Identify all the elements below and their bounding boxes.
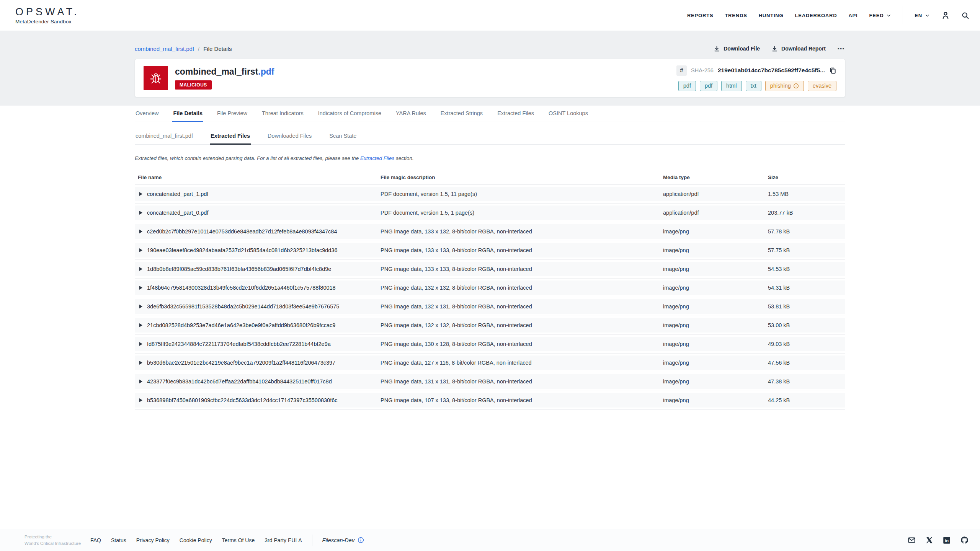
- table-row[interactable]: concatenated_part_0.pdf PDF document, ve…: [135, 205, 845, 220]
- file-name-cell: b530d6bae2e21501e2bc4219e8aef9bec1a79200…: [147, 360, 335, 366]
- media-type-cell: image/png: [663, 228, 768, 235]
- nav-feed-label: FEED: [869, 13, 884, 18]
- info-icon[interactable]: [358, 537, 364, 543]
- tab-yara-rules[interactable]: YARA Rules: [395, 109, 427, 122]
- tab-threat-indicators[interactable]: Threat Indicators: [261, 109, 304, 122]
- media-type-cell: image/png: [663, 322, 768, 328]
- tab-file-preview[interactable]: File Preview: [216, 109, 248, 122]
- nav-hunting[interactable]: HUNTING: [759, 13, 784, 18]
- tab-label: Extracted Files: [497, 110, 534, 116]
- main-content: Overview File Details File Preview Threa…: [0, 106, 980, 529]
- expand-caret-icon[interactable]: [139, 342, 142, 346]
- expand-caret-icon[interactable]: [139, 211, 142, 215]
- expand-caret-icon[interactable]: [139, 267, 142, 271]
- opswat-logo[interactable]: OPSWAT. MetaDefender Sandbox: [15, 6, 80, 24]
- download-icon: [714, 46, 720, 52]
- nav-trends[interactable]: TRENDS: [725, 13, 747, 18]
- table-row[interactable]: 190eae03feaef8ce49824abaafa2537d21d5854a…: [135, 243, 845, 258]
- footer-link-privacy-policy[interactable]: Privacy Policy: [136, 537, 170, 543]
- tag-txt[interactable]: txt: [746, 81, 761, 91]
- size-cell: 47.56 kB: [768, 360, 845, 366]
- expand-caret-icon[interactable]: [139, 305, 142, 308]
- expand-caret-icon[interactable]: [139, 286, 142, 290]
- nav-leaderboard[interactable]: LEADERBOARD: [795, 13, 837, 18]
- media-type-cell: image/png: [663, 247, 768, 253]
- hash-icon[interactable]: #: [676, 65, 687, 76]
- footer-link-status[interactable]: Status: [111, 537, 126, 543]
- subtab-extracted-files[interactable]: Extracted Files: [210, 132, 251, 145]
- linkedin-icon[interactable]: in: [943, 536, 951, 544]
- page-header-band: combined_mal_first.pdf / File Details Do…: [0, 31, 980, 106]
- table-row[interactable]: b530d6bae2e21501e2bc4219e8aef9bec1a79200…: [135, 355, 845, 370]
- extracted-files-link[interactable]: Extracted Files: [360, 155, 394, 161]
- tag-pdf[interactable]: pdf: [678, 81, 696, 91]
- expand-caret-icon[interactable]: [139, 230, 142, 233]
- download-report-button[interactable]: Download Report: [771, 46, 826, 52]
- expand-caret-icon[interactable]: [139, 248, 142, 252]
- table-row[interactable]: 423377f0ec9b83a1dc42bc6d7effaa22daffbb41…: [135, 374, 845, 389]
- nav-api[interactable]: API: [848, 13, 858, 18]
- footer-link-3rd-party-eula[interactable]: 3rd Party EULA: [265, 537, 302, 543]
- table-row[interactable]: fd875fff9e242344884c7221173704edfabf5438…: [135, 337, 845, 351]
- more-actions-button[interactable]: ⋯: [837, 44, 845, 53]
- tag-label: html: [726, 83, 737, 89]
- tab-overview[interactable]: Overview: [135, 109, 159, 122]
- top-bar: OPSWAT. MetaDefender Sandbox REPORTS TRE…: [0, 0, 980, 31]
- tab-file-details[interactable]: File Details: [172, 109, 203, 122]
- media-type-cell: image/png: [663, 378, 768, 385]
- table-row[interactable]: c2ed0b2c7f0bb297e10114e0753dd6e848eadb27…: [135, 224, 845, 239]
- table-row[interactable]: 3de6fb3d32c565981f153528b48da2c5b029e144…: [135, 299, 845, 314]
- footer-divider: [312, 535, 312, 546]
- nav-leaderboard-label: LEADERBOARD: [795, 13, 837, 18]
- subtab-label: combined_mal_first.pdf: [136, 133, 193, 139]
- subtab-scan-state[interactable]: Scan State: [328, 132, 357, 145]
- breadcrumb-current: File Details: [203, 46, 232, 52]
- account-button[interactable]: [941, 11, 950, 20]
- tab-extracted-files[interactable]: Extracted Files: [497, 109, 535, 122]
- table-row[interactable]: concatenated_part_1.pdf PDF document, ve…: [135, 187, 845, 201]
- table-row[interactable]: b536898bf7450a6801909cfbc224dc5633d3dc12…: [135, 393, 845, 408]
- copy-icon[interactable]: [829, 67, 836, 74]
- expand-caret-icon[interactable]: [139, 380, 142, 383]
- nav-reports[interactable]: REPORTS: [687, 13, 713, 18]
- x-icon[interactable]: [926, 536, 933, 544]
- table-row-band: 3de6fb3d32c565981f153528b48da2c5b029e144…: [135, 297, 845, 316]
- tag-html[interactable]: html: [721, 81, 742, 91]
- table-row[interactable]: 1d8b0b8ef89f085ac59cd838b761f63bfa43656b…: [135, 262, 845, 276]
- file-name-cell: concatenated_part_0.pdf: [147, 210, 208, 216]
- tag-pdf[interactable]: pdf: [700, 81, 717, 91]
- footer-link-terms-of-use[interactable]: Terms Of Use: [222, 537, 255, 543]
- file-summary-card: combined_mal_first.pdf MALICIOUS # SHA-2…: [135, 59, 845, 97]
- bug-icon: [149, 71, 163, 85]
- table-row[interactable]: 1f48b64c795814300328d13b49fc58cd2e10f6dd…: [135, 280, 845, 295]
- breadcrumb-file-link[interactable]: combined_mal_first.pdf: [135, 46, 194, 52]
- file-name-cell: 423377f0ec9b83a1dc42bc6d7effaa22daffbb41…: [147, 378, 332, 385]
- media-type-cell: image/png: [663, 303, 768, 310]
- github-icon[interactable]: [960, 536, 969, 544]
- email-icon[interactable]: [908, 536, 916, 544]
- language-selector[interactable]: EN: [915, 13, 930, 18]
- logo-brand-text: OPSWAT.: [15, 6, 80, 18]
- tag-evasive[interactable]: evasive: [808, 81, 836, 91]
- expand-caret-icon[interactable]: [139, 323, 142, 327]
- tab-indicators-of-compromise[interactable]: Indicators of Compromise: [317, 109, 382, 122]
- subtab-combined-mal-first-pdf[interactable]: combined_mal_first.pdf: [135, 132, 194, 145]
- expand-caret-icon[interactable]: [139, 398, 142, 402]
- tab-label: YARA Rules: [396, 110, 426, 116]
- download-file-button[interactable]: Download File: [714, 46, 760, 52]
- footer-social-icons: in: [908, 536, 969, 544]
- tag-phishing[interactable]: phishing: [765, 81, 804, 91]
- footer-link-faq[interactable]: FAQ: [90, 537, 101, 543]
- table-row-band: 423377f0ec9b83a1dc42bc6d7effaa22daffbb41…: [135, 372, 845, 391]
- expand-caret-icon[interactable]: [139, 192, 142, 196]
- subtab-downloaded-files[interactable]: Downloaded Files: [267, 132, 312, 145]
- search-button[interactable]: [961, 11, 969, 20]
- table-row-band: 1f48b64c795814300328d13b49fc58cd2e10f6dd…: [135, 279, 845, 297]
- tab-extracted-strings[interactable]: Extracted Strings: [440, 109, 483, 122]
- download-file-label: Download File: [724, 46, 760, 52]
- tab-osint-lookups[interactable]: OSINT Lookups: [548, 109, 589, 122]
- expand-caret-icon[interactable]: [139, 361, 142, 365]
- table-row[interactable]: 21cbd082528d4b9253e7ad46e1a642e3be0e9f0a…: [135, 318, 845, 333]
- nav-feed[interactable]: FEED: [869, 13, 891, 18]
- footer-link-cookie-policy[interactable]: Cookie Policy: [180, 537, 212, 543]
